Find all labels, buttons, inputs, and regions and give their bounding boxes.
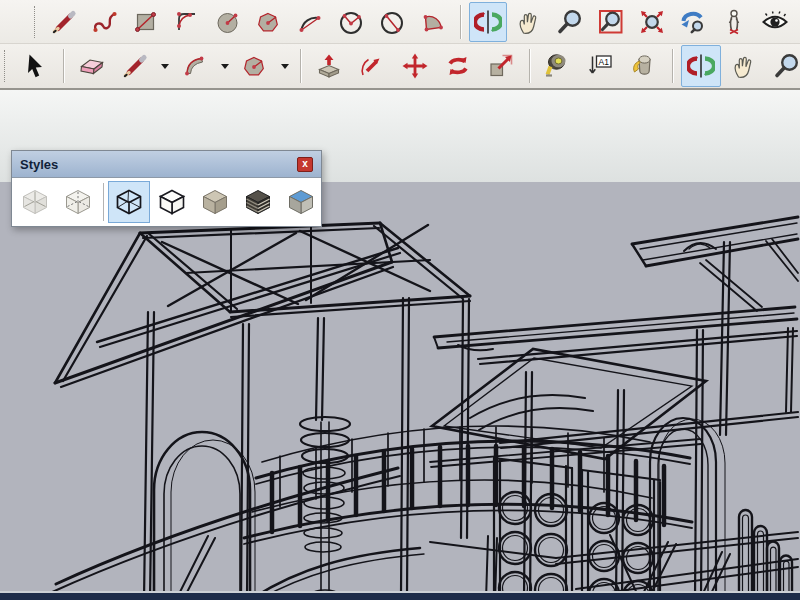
monochrome-style-icon xyxy=(284,186,318,218)
push-pull-tool-button[interactable] xyxy=(309,45,349,87)
toolbar-row-large-toolset xyxy=(0,0,800,44)
pie-tool-button[interactable] xyxy=(332,2,370,42)
follow-me-tool-icon xyxy=(358,52,386,80)
paint-bucket-tool-button[interactable] xyxy=(624,45,664,87)
svg-text:A1: A1 xyxy=(598,57,609,67)
palette-separator xyxy=(103,183,104,221)
freehand-tool-button[interactable] xyxy=(86,2,124,42)
previous-view-tool-button[interactable] xyxy=(674,2,712,42)
style-shaded-with-textures-button[interactable] xyxy=(237,181,279,223)
styles-palette-body xyxy=(12,178,321,226)
sketchup-window: A1 xyxy=(0,0,800,600)
arc-filled-tool-icon xyxy=(181,52,209,80)
pie-filled-tool-icon xyxy=(419,8,447,36)
back-edges-style-icon xyxy=(61,186,95,218)
style-shaded-button[interactable] xyxy=(194,181,236,223)
move-tool-icon xyxy=(401,52,429,80)
pan-tool-button[interactable] xyxy=(510,2,548,42)
polygon-tool-button[interactable] xyxy=(250,2,288,42)
arc-filled-tool-dropdown[interactable] xyxy=(218,47,232,85)
look-around-tool-icon xyxy=(761,8,789,36)
eraser-tool-button[interactable] xyxy=(72,45,112,87)
styles-palette-titlebar[interactable]: Styles x xyxy=(12,151,321,178)
zoom-window-tool-icon xyxy=(597,8,625,36)
arc-chord-tool-button[interactable] xyxy=(373,2,411,42)
line-tool-icon xyxy=(121,52,149,80)
toolbar-separator xyxy=(672,49,673,83)
position-camera-tool-icon xyxy=(720,8,748,36)
polygon-tool-icon xyxy=(255,8,283,36)
push-pull-tool-icon xyxy=(315,52,343,80)
style-monochrome-button[interactable] xyxy=(280,181,322,223)
orbit-tool-icon xyxy=(474,8,502,36)
line-tool-button[interactable] xyxy=(115,45,155,87)
arc-chord-tool-icon xyxy=(378,8,406,36)
polygon-tool-icon xyxy=(241,52,269,80)
chevron-down-icon xyxy=(281,64,289,69)
styles-palette-title: Styles xyxy=(20,157,58,172)
move-tool-button[interactable] xyxy=(395,45,435,87)
toolbar-grip[interactable] xyxy=(34,6,36,38)
freehand-tool-icon xyxy=(91,8,119,36)
look-around-tool-button[interactable] xyxy=(756,2,794,42)
zoom-extents-tool-icon xyxy=(638,8,666,36)
pie-filled-tool-button[interactable] xyxy=(414,2,452,42)
arc-tool-button[interactable] xyxy=(291,2,329,42)
style-x-ray-button[interactable] xyxy=(14,181,56,223)
close-icon[interactable]: x xyxy=(297,157,313,172)
dimension-tool-button[interactable]: A1 xyxy=(581,45,621,87)
line-tool-button[interactable] xyxy=(45,2,83,42)
eraser-tool-icon xyxy=(78,52,106,80)
rotated-rectangle-tool-icon xyxy=(173,8,201,36)
select-tool-button[interactable] xyxy=(15,45,55,87)
paint-bucket-tool-icon xyxy=(630,52,658,80)
pan-tool-button[interactable] xyxy=(724,45,764,87)
zoom-tool-button[interactable] xyxy=(551,2,589,42)
style-hidden-line-button[interactable] xyxy=(151,181,193,223)
arc-tool-icon xyxy=(296,8,324,36)
line-tool-icon xyxy=(50,8,78,36)
zoom-window-tool-button[interactable] xyxy=(592,2,630,42)
chevron-down-icon xyxy=(161,64,169,69)
zoom-tool-button[interactable] xyxy=(767,45,800,87)
pie-tool-icon xyxy=(337,8,365,36)
rotate-tool-button[interactable] xyxy=(438,45,478,87)
orbit-tool-button[interactable] xyxy=(469,2,507,42)
style-wireframe-button[interactable] xyxy=(108,181,150,223)
line-tool-dropdown[interactable] xyxy=(158,47,172,85)
dimension-tool-icon: A1 xyxy=(587,52,615,80)
tape-measure-tool-icon xyxy=(544,52,572,80)
tape-measure-tool-button[interactable] xyxy=(538,45,578,87)
circle-tool-icon xyxy=(214,8,242,36)
previous-view-tool-icon xyxy=(679,8,707,36)
rotate-tool-icon xyxy=(444,52,472,80)
pan-tool-icon xyxy=(730,52,758,80)
toolbar-separator xyxy=(63,49,64,83)
bottom-bar xyxy=(0,591,800,600)
shaded-with-textures-style-icon xyxy=(241,186,275,218)
circle-tool-button[interactable] xyxy=(209,2,247,42)
polygon-tool-dropdown[interactable] xyxy=(278,47,292,85)
hidden-line-style-icon xyxy=(155,186,189,218)
toolbar-separator xyxy=(300,49,301,83)
rectangle-tool-icon xyxy=(132,8,160,36)
wireframe-style-icon xyxy=(112,186,146,218)
zoom-tool-icon xyxy=(773,52,800,80)
arc-filled-tool-button[interactable] xyxy=(175,45,215,87)
toolbar-separator xyxy=(529,49,530,83)
follow-me-tool-button[interactable] xyxy=(352,45,392,87)
shaded-style-icon xyxy=(198,186,232,218)
toolbar-separator xyxy=(460,5,461,39)
position-camera-tool-button[interactable] xyxy=(715,2,753,42)
x-ray-style-icon xyxy=(18,186,52,218)
scale-tool-button[interactable] xyxy=(481,45,521,87)
select-tool-icon xyxy=(21,52,49,80)
polygon-tool-button[interactable] xyxy=(235,45,275,87)
zoom-extents-tool-button[interactable] xyxy=(633,2,671,42)
rotated-rectangle-tool-button[interactable] xyxy=(168,2,206,42)
chevron-down-icon xyxy=(221,64,229,69)
rectangle-tool-button[interactable] xyxy=(127,2,165,42)
orbit-tool-button[interactable] xyxy=(681,45,721,87)
style-back-edges-button[interactable] xyxy=(57,181,99,223)
toolbar-grip[interactable] xyxy=(4,50,6,82)
